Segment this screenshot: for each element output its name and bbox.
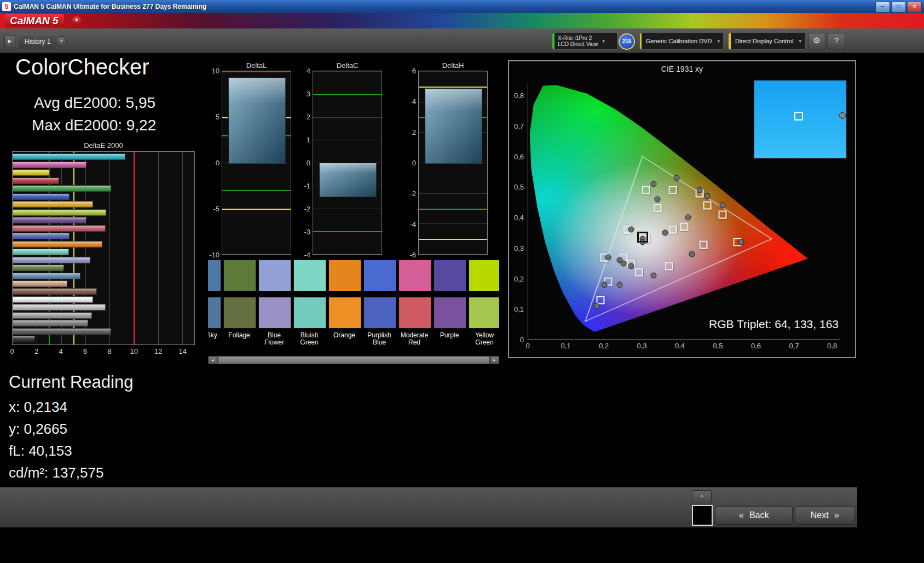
axis-tick: 1 [307, 136, 310, 144]
deltae-bar-yellow-green [13, 209, 106, 216]
calman-logo: CalMAN 5 [4, 14, 64, 27]
inset-target-marker [794, 112, 803, 120]
deltae-bar-white [13, 296, 93, 303]
help-button[interactable]: ? [828, 33, 845, 49]
measured-swatch [293, 260, 326, 291]
deltae-chart-title: DeltaE 2000 [12, 141, 195, 151]
swatch-label: Blue Sky [208, 332, 220, 339]
measured-point-marker [696, 187, 702, 193]
reading-x-value: x: 0,2134 [9, 399, 67, 416]
swatch-column-purplish-blue: Purplish Blue [363, 260, 395, 346]
measured-point-marker [704, 193, 710, 199]
deltae-bar-blue [13, 193, 70, 200]
cie-y-axis: 00,10,20,30,40,50,60,70,8 [509, 83, 527, 340]
measured-point-marker [616, 282, 622, 288]
measured-point-marker [605, 254, 611, 260]
selected-patch-indicator[interactable] [692, 505, 713, 526]
scroll-right-arrow[interactable]: ► [490, 356, 499, 364]
cie-y-tick: 0,1 [514, 305, 524, 313]
swatch-comparison-panel: Blue SkyFoliageBlue FlowerBluish GreenOr… [208, 257, 499, 355]
deltae-x-tick: 0 [10, 347, 14, 355]
gridline [313, 209, 382, 209]
cie-x-tick: 0,1 [561, 342, 570, 350]
close-button[interactable]: ✕ [907, 2, 922, 13]
measured-point-marker [602, 282, 608, 288]
gridline [313, 254, 382, 255]
deltae-bar-gray-35 [13, 328, 111, 335]
next-button[interactable]: Next » [795, 506, 855, 525]
target-point-marker [680, 222, 689, 231]
swatch-column-moderate-red: Moderate Red [399, 260, 430, 346]
source-selector[interactable]: Generic Calibration DVD ▾ [639, 32, 724, 50]
swatch-label: Moderate Red [399, 332, 430, 346]
scroll-left-arrow[interactable]: ◄ [208, 356, 217, 364]
deltae-bar-gray-80 [13, 304, 106, 311]
meter-label: X-Rite i1Pro 2 LCD Direct View [555, 35, 601, 47]
deltac-title: DeltaC [298, 61, 382, 71]
target-point-marker [642, 186, 650, 194]
settings-gear-button[interactable]: ⚙ [808, 33, 825, 49]
meter-count-badge: 215 [619, 33, 635, 50]
swatch-column-orange: Orange [328, 260, 360, 346]
limit-line [419, 209, 487, 210]
tab-history-1[interactable]: History 1 [18, 34, 57, 49]
swatch-column-purple: Purple [434, 260, 465, 346]
chevron-up-icon[interactable]: ^ [692, 490, 712, 503]
deltae-bar-blue-sky [13, 273, 80, 279]
history-panel-toggle[interactable]: ▶ [4, 35, 15, 48]
gridline [313, 71, 382, 72]
measured-swatch [399, 260, 431, 291]
scrollbar-thumb[interactable] [218, 356, 489, 364]
deltae-bar-blue-flower [13, 257, 90, 263]
page-title: ColorChecker [15, 55, 149, 79]
measured-point-marker [689, 251, 695, 257]
target-point-marker [718, 210, 726, 219]
chevron-down-icon: ▾ [798, 38, 805, 44]
cie-x-tick: 0,8 [827, 342, 837, 350]
cie-x-tick: 0,7 [789, 342, 799, 350]
display-control-label: Direct Display Control [731, 38, 798, 44]
deltae-bar-black [13, 336, 35, 342]
cie-x-tick: 0,6 [751, 342, 761, 350]
swatch-scrollbar[interactable]: ◄ ► [208, 356, 499, 364]
cie-y-tick: 0,5 [514, 183, 524, 191]
avg-de2000-value: Avg dE2000: 5,95 [34, 94, 155, 112]
deltae-bar-gray-50 [13, 320, 88, 326]
limit-line [222, 190, 291, 191]
axis-tick: 2 [307, 113, 310, 121]
back-button[interactable]: « Back [715, 506, 793, 525]
axis-tick: -2 [409, 189, 416, 198]
add-tab-button[interactable]: + [56, 36, 67, 47]
cie-chart-title: CIE 1931 xy [509, 65, 855, 73]
measured-swatch [469, 260, 499, 291]
limit-line [222, 209, 291, 210]
workflow-controls: ^ « Back Next » [692, 490, 855, 526]
measured-point-marker [594, 303, 600, 309]
deltae-x-tick: 10 [130, 347, 137, 355]
reading-fl-value: fL: 40,153 [9, 443, 72, 459]
axis-tick: -3 [304, 228, 310, 236]
meter-selector[interactable]: X-Rite i1Pro 2 LCD Direct View ▾ [552, 32, 617, 50]
target-point-marker [665, 262, 673, 271]
current-color-inset [754, 80, 847, 159]
measured-point-marker [628, 263, 634, 269]
gridline [419, 193, 487, 194]
deltah-bar [425, 88, 482, 164]
maximize-button[interactable]: □ [891, 2, 906, 13]
toolbar: ▶ History 1 + X-Rite i1Pro 2 LCD Direct … [0, 28, 924, 53]
display-control-selector[interactable]: Direct Display Control ▾ [728, 32, 806, 50]
measured-swatch [258, 260, 291, 291]
swatch-label: Orange [328, 332, 360, 339]
max-de2000-value: Max dE2000: 9,22 [32, 117, 156, 134]
current-reading-title: Current Reading [9, 372, 133, 392]
axis-tick: 2 [412, 128, 416, 136]
measured-point-marker [738, 239, 744, 245]
axis-tick: 4 [412, 97, 416, 106]
swatch-label: Blue Flower [258, 332, 290, 346]
measured-point-marker [655, 196, 661, 202]
axis-tick: 10 [212, 67, 220, 75]
logo-menu-button[interactable]: ▼ [72, 16, 81, 25]
deltae-bar-yellow [13, 169, 50, 176]
minimize-button[interactable]: ─ [875, 2, 890, 13]
current-point-marker [637, 232, 648, 243]
